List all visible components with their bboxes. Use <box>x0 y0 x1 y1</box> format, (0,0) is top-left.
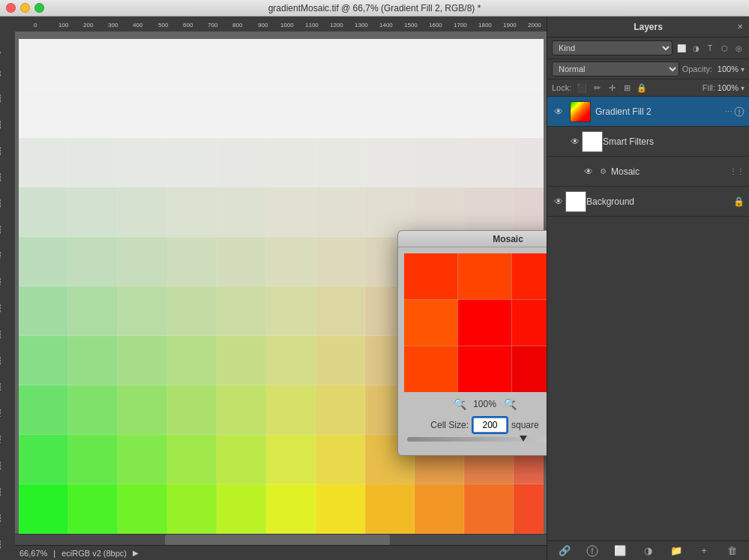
zoom-in-button[interactable]: 🔍+ <box>502 397 517 412</box>
layer-visibility-background[interactable]: 👁 <box>552 196 565 207</box>
cellsize-row: Cell Size: square <box>404 418 547 433</box>
layers-list[interactable]: 👁 Gradient Fill 2 ⋯ f 👁 Smart Filters 👁 … <box>547 97 749 541</box>
layer-background[interactable]: 👁 Background 🔒 <box>547 187 749 217</box>
preview-area <box>404 253 547 392</box>
fx-button[interactable]: f <box>584 544 601 559</box>
mask-button[interactable]: ⬜ <box>612 544 628 559</box>
svg-text:50: 50 <box>0 70 1 76</box>
layer-visibility-gradient-fill[interactable]: 👁 <box>552 106 565 117</box>
mosaic-dialog[interactable]: Mosaic 🔍− 100% <box>397 230 547 456</box>
minimize-button[interactable] <box>20 3 30 13</box>
slider-row <box>404 437 547 443</box>
lock-label: Lock: <box>552 83 571 92</box>
layers-panel: Layers ✕ Kind ⬜ ◑ T ⬡ ◎ Normal Opacity: … <box>547 16 749 560</box>
fill-chevron-icon[interactable]: ▾ <box>741 84 745 92</box>
svg-text:750: 750 <box>0 435 1 444</box>
slider-thumb[interactable] <box>520 436 527 442</box>
lock-pixels-icon[interactable]: ⬛ <box>576 82 588 94</box>
type-icon[interactable]: T <box>704 42 716 54</box>
opacity-chevron-icon[interactable]: ▾ <box>741 65 745 73</box>
link-layers-button[interactable]: 🔗 <box>556 544 573 559</box>
scrollbar-thumb[interactable] <box>165 535 390 545</box>
layer-name-mosaic: Mosaic <box>611 166 730 177</box>
cellsize-label: Cell Size: <box>430 420 469 430</box>
layer-name-background: Background <box>586 196 733 207</box>
zoom-level: 66,67% <box>19 549 47 558</box>
svg-text:2000: 2000 <box>528 22 541 28</box>
lock-artboard-icon[interactable]: ⊞ <box>621 82 633 94</box>
svg-text:f: f <box>592 547 594 556</box>
slider-track[interactable] <box>407 437 547 442</box>
layer-gradient-fill-2[interactable]: 👁 Gradient Fill 2 ⋯ f <box>547 97 749 127</box>
kind-select[interactable]: Kind <box>552 40 673 55</box>
lock-paintbrush-icon[interactable]: ✏ <box>591 82 603 94</box>
svg-text:200: 200 <box>0 146 1 155</box>
blend-row: Normal Opacity: 100% ▾ <box>547 59 749 79</box>
zoom-level-display: 100% <box>473 399 496 409</box>
layers-close-button[interactable]: ✕ <box>737 22 743 31</box>
lock-row: Lock: ⬛ ✏ ✛ ⊞ 🔒 Fill: 100% ▾ <box>547 79 749 97</box>
layers-toolbar: 🔗 f ⬜ ◑ 📁 + 🗑 <box>547 541 749 560</box>
close-button[interactable] <box>6 3 16 13</box>
canvas-area[interactable]: 0 100 200 300 400 500 600 700 800 900 10… <box>0 16 547 560</box>
svg-text:f: f <box>739 109 741 116</box>
svg-text:1500: 1500 <box>404 22 418 28</box>
svg-text:500: 500 <box>0 304 1 313</box>
scrollbar-horizontal[interactable] <box>15 534 547 545</box>
lock-move-icon[interactable]: ✛ <box>606 82 618 94</box>
layer-smart-filters[interactable]: 👁 Smart Filters <box>547 127 749 157</box>
status-separator: | <box>53 549 55 558</box>
opacity-value[interactable]: 100% <box>715 64 739 73</box>
adjustment-button[interactable]: ◑ <box>640 544 656 559</box>
adjustment-icon[interactable]: ◑ <box>690 42 702 54</box>
zoom-out-button[interactable]: 🔍− <box>452 397 467 412</box>
layer-mosaic[interactable]: 👁 ⚙ Mosaic ⋮⋮ <box>547 157 749 187</box>
layer-fx-icon[interactable]: f <box>734 106 745 117</box>
mosaic-preview-canvas <box>404 253 547 392</box>
layer-visibility-smart-filters[interactable]: 👁 <box>568 136 582 147</box>
svg-text:900: 900 <box>258 22 268 28</box>
lock-icons: ⬛ ✏ ✛ ⊞ 🔒 <box>576 82 648 94</box>
smartobject-icon[interactable]: ◎ <box>733 42 745 54</box>
fill-label: Fill: <box>703 83 715 92</box>
lock-icon-background: 🔒 <box>733 196 745 207</box>
svg-text:0: 0 <box>34 22 37 28</box>
svg-text:200: 200 <box>83 22 94 28</box>
ruler-horizontal: 0 100 200 300 400 500 600 700 800 900 10… <box>15 16 547 31</box>
layer-visibility-mosaic[interactable]: 👁 <box>582 166 595 177</box>
maximize-button[interactable] <box>34 3 44 13</box>
dialog-body: 🔍− 100% 🔍+ Cell Size: square <box>398 247 547 455</box>
svg-text:1300: 1300 <box>355 22 368 28</box>
shape-icon[interactable]: ⬡ <box>718 42 730 54</box>
delete-layer-button[interactable]: 🗑 <box>724 544 740 559</box>
mosaic-options-icon[interactable]: ⋮⋮ <box>730 167 745 175</box>
titlebar: gradientMosaic.tif @ 66,7% (Gradient Fil… <box>0 0 749 16</box>
window-title: gradientMosaic.tif @ 66,7% (Gradient Fil… <box>268 3 481 13</box>
opacity-control: Opacity: 100% ▾ <box>682 64 745 73</box>
svg-text:950: 950 <box>0 540 1 549</box>
lock-all-icon[interactable]: 🔒 <box>636 82 648 94</box>
layer-thumbnail-gradient-fill <box>570 101 591 122</box>
blend-mode-select[interactable]: Normal <box>552 61 679 76</box>
svg-text:1800: 1800 <box>478 22 492 28</box>
status-bar: 66,67% | eciRGB v2 (8bpc) ▶ <box>15 545 547 560</box>
new-layer-button[interactable]: + <box>696 544 712 559</box>
layer-name-gradient-fill: Gradient Fill 2 <box>595 106 725 117</box>
layer-options-gradient-fill[interactable]: ⋯ <box>725 107 733 115</box>
svg-text:0: 0 <box>0 51 1 54</box>
fill-value[interactable]: 100% <box>718 83 739 92</box>
cellsize-input[interactable] <box>473 418 507 433</box>
svg-text:1400: 1400 <box>379 22 393 28</box>
svg-text:600: 600 <box>0 356 1 365</box>
layers-header: Layers ✕ <box>547 16 749 37</box>
layer-thumbnail-background <box>565 191 586 212</box>
svg-text:700: 700 <box>208 22 218 28</box>
layers-panel-title: Layers <box>634 22 663 32</box>
status-arrow[interactable]: ▶ <box>133 549 139 557</box>
svg-text:1600: 1600 <box>429 22 442 28</box>
svg-text:500: 500 <box>158 22 169 28</box>
folder-button[interactable]: 📁 <box>668 544 685 559</box>
layer-name-smart-filters: Smart Filters <box>603 136 745 147</box>
pixel-icon[interactable]: ⬜ <box>676 42 688 54</box>
svg-text:250: 250 <box>0 172 1 181</box>
